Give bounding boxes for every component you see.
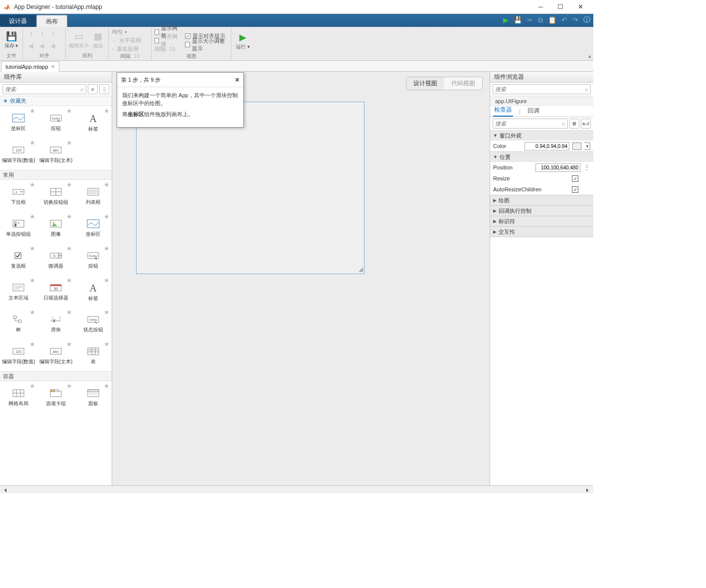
star-icon[interactable]: ★ (104, 382, 110, 390)
star-icon[interactable]: ★ (104, 181, 110, 188)
section-position[interactable]: ▼位置 (490, 152, 593, 162)
prop-autoresize-checkbox[interactable]: ✓ (572, 186, 578, 193)
quick-run-icon[interactable]: ▶ (503, 16, 509, 24)
quick-redo-icon[interactable]: ↷ (572, 16, 578, 24)
color-swatch[interactable] (572, 143, 581, 150)
quick-paste-icon[interactable]: 📋 (548, 16, 556, 24)
show-grid-checkbox[interactable] (155, 29, 159, 35)
vert-apply-button[interactable]: ↕ 垂直应用 (112, 45, 141, 53)
component-按钮[interactable]: ★PUSH按钮 (37, 106, 75, 138)
quick-undo-icon[interactable]: ↶ (561, 16, 567, 24)
component-日期选择器[interactable]: ★30日期选择器 (37, 276, 75, 307)
align-top-icon[interactable]: ⫷ (26, 41, 37, 51)
common-header[interactable]: 常用 (0, 170, 112, 180)
star-icon[interactable]: ★ (66, 139, 72, 147)
section-interact[interactable]: ▶交互性 (490, 227, 593, 237)
align-center-icon[interactable]: ⫶ (37, 29, 48, 39)
align-right-icon[interactable]: ⫶ (48, 29, 59, 39)
component-按钮[interactable]: ★PUSH按钮 (74, 244, 112, 276)
star-icon[interactable]: ★ (104, 340, 110, 348)
component-编辑字段(文本)[interactable]: ★abc编辑字段(文本) (37, 138, 75, 170)
library-scroll[interactable]: ★ 收藏夹★坐标区★PUSH按钮★A标签★123编辑字段(数值)★abc编辑字段… (0, 96, 112, 485)
save-button[interactable]: 💾 保存 ▾ (3, 31, 19, 49)
tab-inspector[interactable]: 检查器 (493, 104, 513, 117)
browser-search-input[interactable]: ⌕ (493, 84, 591, 94)
tab-callbacks[interactable]: 回调 (527, 105, 540, 117)
star-icon[interactable]: ★ (29, 139, 35, 147)
status-left-arrow-icon[interactable]: ⏴ (3, 487, 8, 493)
run-button[interactable]: ▶ 运行 ▾ (234, 32, 251, 50)
color-dropdown-icon[interactable]: ▾ (584, 143, 590, 150)
tab-canvas[interactable]: 画布 (36, 15, 67, 27)
component-坐标区[interactable]: ★坐标区 (0, 106, 37, 138)
component-列表框[interactable]: ★列表框 (74, 180, 112, 212)
component-编辑字段(文本)[interactable]: ★abc编辑字段(文本) (37, 339, 75, 371)
component-下拉框[interactable]: ★a下拉框 (0, 180, 37, 212)
toolstrip-minimize-icon[interactable]: ▴ (588, 53, 591, 59)
container-header[interactable]: 容器 (0, 371, 112, 381)
align-middle-icon[interactable]: ⫷ (37, 41, 48, 51)
star-icon[interactable]: ★ (66, 213, 72, 220)
component-表[interactable]: ★1表 (74, 339, 112, 371)
component-状态按钮[interactable]: ★STATE状态按钮 (74, 307, 112, 339)
component-选项卡组[interactable]: ★选项卡组 (37, 381, 75, 413)
favorites-header[interactable]: ★ 收藏夹 (0, 96, 112, 106)
star-icon[interactable]: ★ (29, 245, 35, 252)
tab-designer[interactable]: 设计器 (0, 15, 36, 27)
library-search-input[interactable]: ⌕ (2, 84, 86, 94)
star-icon[interactable]: ★ (29, 382, 35, 390)
section-identifier[interactable]: ▶标识符 (490, 216, 593, 226)
star-icon[interactable]: ★ (66, 382, 72, 390)
prop-color-input[interactable] (525, 142, 569, 150)
component-面板[interactable]: ★面板 (74, 381, 112, 413)
group-button[interactable]: ▦ 组合 (91, 31, 105, 49)
star-icon[interactable]: ★ (66, 340, 72, 348)
design-view-button[interactable]: 设计视图 (406, 77, 444, 90)
component-复选框[interactable]: ★复选框 (0, 244, 37, 276)
component-图像[interactable]: ★图像 (37, 212, 75, 244)
component-编辑字段(数值)[interactable]: ★123编辑字段(数值) (0, 138, 37, 170)
inspector-group-button[interactable]: ⊞ (569, 119, 579, 129)
show-resize-hint-checkbox[interactable] (185, 42, 189, 47)
section-plot[interactable]: ▶绘图 (490, 195, 593, 205)
star-icon[interactable]: ★ (66, 107, 72, 115)
popup-close-button[interactable]: × (235, 76, 239, 84)
component-文本区域[interactable]: ★文本区域 (0, 276, 37, 307)
show-align-hint-checkbox[interactable]: ✓ (185, 33, 190, 39)
component-网格布局[interactable]: ★网格布局 (0, 381, 37, 413)
canvas-area[interactable]: 设计视图 代码视图 ◢ (112, 72, 490, 485)
section-callback-control[interactable]: ▶回调执行控制 (490, 206, 593, 216)
star-icon[interactable]: ★ (29, 213, 35, 220)
align-grid-checkbox[interactable] (155, 38, 159, 43)
quick-help-icon[interactable]: ⓘ (583, 15, 590, 24)
component-标签[interactable]: ★A标签 (74, 276, 112, 307)
component-坐标区[interactable]: ★坐标区 (74, 212, 112, 244)
prop-resize-checkbox[interactable]: ✓ (572, 175, 578, 182)
star-icon[interactable]: ★ (104, 107, 110, 115)
inspector-search-input[interactable]: ⌕ (493, 119, 568, 129)
quick-cut-icon[interactable]: ✂ (527, 16, 533, 24)
list-view-button[interactable]: ≡ (88, 84, 98, 94)
star-icon[interactable]: ★ (66, 245, 72, 252)
star-icon[interactable]: ★ (104, 308, 110, 316)
component-树[interactable]: ★树 (0, 307, 37, 339)
star-icon[interactable]: ★ (29, 308, 35, 316)
star-icon[interactable]: ★ (104, 213, 110, 220)
quick-copy-icon[interactable]: ⧉ (538, 16, 543, 24)
star-icon[interactable]: ★ (29, 107, 35, 115)
align-left-icon[interactable]: ⫶ (26, 29, 37, 39)
section-appearance[interactable]: ▼窗口外观 (490, 131, 593, 141)
star-icon[interactable]: ★ (29, 340, 35, 348)
resize-grip-icon[interactable]: ◢ (358, 266, 363, 273)
position-more-icon[interactable]: ⋮ (583, 164, 590, 171)
maximize-button[interactable]: ☐ (550, 1, 570, 12)
spacing-avg-row[interactable]: 均匀 ▾ (112, 28, 141, 36)
component-单选按钮组[interactable]: ★a单选按钮组 (0, 212, 37, 244)
component-微调器[interactable]: ★0微调器 (37, 244, 75, 276)
quick-save-icon[interactable]: 💾 (514, 16, 522, 24)
star-icon[interactable]: ★ (104, 277, 110, 284)
star-icon[interactable]: ★ (66, 181, 72, 188)
star-icon[interactable]: ★ (29, 181, 35, 188)
align-bottom-icon[interactable]: ⫷ (48, 41, 59, 51)
prop-position-input[interactable] (535, 163, 580, 172)
